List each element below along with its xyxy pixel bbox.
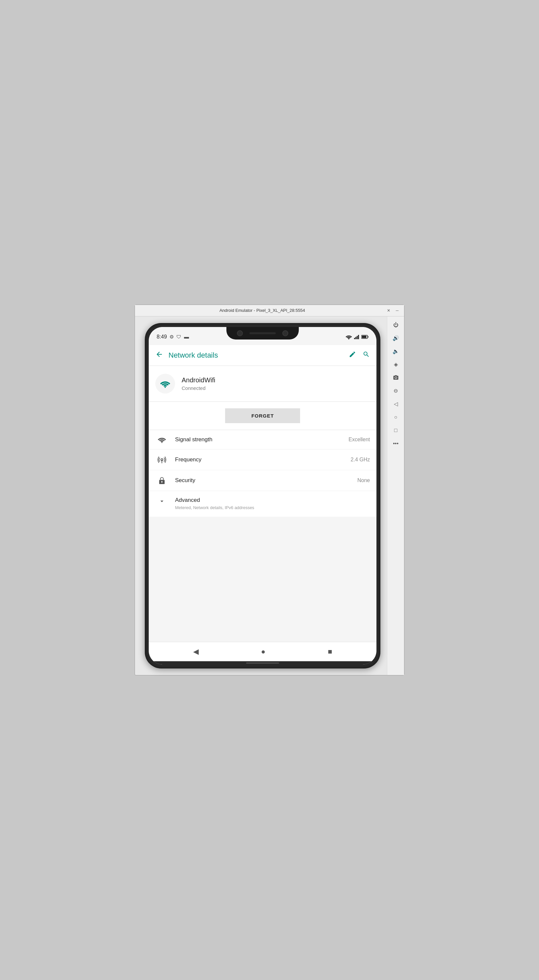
frequency-row: Frequency 2.4 GHz (149, 450, 376, 470)
svg-point-8 (165, 387, 166, 388)
window-title: Android Emulator - Pixel_3_XL_API_28:555… (139, 308, 386, 313)
page-title: Network details (168, 351, 344, 360)
back-button[interactable] (155, 350, 163, 360)
app-bar: Network details (149, 345, 376, 366)
shield-status-icon: 🛡 (176, 334, 181, 339)
notch-sensor (282, 330, 288, 336)
volume-up-btn[interactable]: 🔊 (390, 332, 402, 344)
network-icon-circle (155, 374, 175, 393)
svg-rect-1 (354, 338, 355, 339)
nav-recent-button[interactable]: ■ (328, 648, 332, 656)
signal-strength-value: Excellent (349, 437, 370, 442)
notch-speaker (249, 332, 276, 334)
security-row: Security None (149, 470, 376, 491)
side-toolbar: ⏻ 🔊 🔈 ◈ ⊖ ◁ ○ □ ••• (387, 317, 404, 675)
frequency-value: 2.4 GHz (351, 457, 370, 463)
window-titlebar: Android Emulator - Pixel_3_XL_API_28:555… (135, 305, 404, 317)
advanced-row[interactable]: Advanced Metered, Network details, IPv6 … (149, 491, 376, 517)
frequency-label: Frequency (175, 457, 344, 463)
empty-space (149, 517, 376, 642)
window-body: 8:49 ⚙ 🛡 ▬ (135, 317, 404, 675)
chevron-down-icon (155, 497, 168, 505)
clipboard-status-icon: ▬ (184, 334, 189, 339)
more-btn[interactable]: ••• (390, 438, 402, 450)
security-value: None (357, 477, 370, 484)
signal-strength-label: Signal strength (175, 436, 342, 443)
advanced-sublabel: Metered, Network details, IPv6 addresses (175, 505, 254, 511)
rotate-btn[interactable]: ◈ (390, 359, 402, 371)
svg-point-9 (161, 442, 162, 443)
wifi-status-icon (346, 334, 352, 339)
settings-status-icon: ⚙ (170, 334, 174, 340)
network-info-section: AndroidWifi Connected (149, 366, 376, 401)
notch-camera (237, 330, 243, 336)
network-name: AndroidWifi (182, 376, 215, 384)
wifi-large-icon (160, 379, 170, 388)
signal-status-icon (354, 334, 359, 339)
back-nav-btn[interactable]: ◁ (390, 398, 402, 410)
volume-down-btn[interactable]: 🔈 (390, 345, 402, 357)
signal-strength-row: Signal strength Excellent (149, 430, 376, 450)
nav-home-button[interactable]: ● (261, 648, 265, 656)
lock-icon (155, 476, 168, 485)
security-label: Security (175, 477, 351, 484)
power-btn[interactable]: ⏻ (390, 319, 402, 331)
phone-screen: 8:49 ⚙ 🛡 ▬ (149, 327, 376, 665)
network-status: Connected (182, 385, 215, 391)
nav-bar: ◀ ● ■ (149, 642, 376, 661)
details-section: Signal strength Excellent (149, 430, 376, 517)
app-bar-actions (349, 351, 370, 360)
svg-rect-7 (362, 336, 366, 338)
battery-status-icon (361, 335, 369, 339)
nav-back-button[interactable]: ◀ (193, 648, 199, 656)
window-controls: ✕ ─ (386, 307, 400, 313)
notch (227, 327, 299, 339)
status-bar: 8:49 ⚙ 🛡 ▬ (149, 327, 376, 345)
status-right (346, 334, 369, 339)
zoom-out-btn[interactable]: ⊖ (390, 385, 402, 397)
forget-section: FORGET (149, 402, 376, 430)
svg-rect-4 (358, 335, 359, 339)
svg-rect-14 (162, 482, 162, 483)
forget-button[interactable]: FORGET (225, 408, 300, 423)
edit-button[interactable] (349, 351, 356, 360)
close-button[interactable]: ✕ (386, 307, 392, 313)
bottom-bar (149, 661, 376, 665)
advanced-text: Advanced Metered, Network details, IPv6 … (175, 497, 254, 511)
screenshot-btn[interactable] (390, 372, 402, 383)
svg-point-0 (349, 339, 349, 339)
svg-rect-2 (355, 337, 357, 339)
phone-frame: 8:49 ⚙ 🛡 ▬ (145, 323, 380, 668)
network-text: AndroidWifi Connected (182, 376, 215, 391)
home-nav-btn[interactable]: ○ (390, 411, 402, 423)
emulator-window: Android Emulator - Pixel_3_XL_API_28:555… (135, 305, 404, 675)
status-left: 8:49 ⚙ 🛡 ▬ (157, 334, 189, 340)
wifi-detail-icon (155, 436, 168, 443)
svg-rect-6 (368, 336, 369, 337)
search-button[interactable] (363, 351, 370, 360)
recent-nav-btn[interactable]: □ (390, 425, 402, 436)
antenna-icon (155, 455, 168, 464)
svg-rect-3 (357, 336, 358, 339)
phone-inner: 8:49 ⚙ 🛡 ▬ (149, 327, 376, 665)
bottom-indicator (246, 663, 279, 663)
minimize-button[interactable]: ─ (394, 307, 400, 313)
status-time: 8:49 (157, 334, 167, 340)
advanced-label: Advanced (175, 497, 254, 503)
